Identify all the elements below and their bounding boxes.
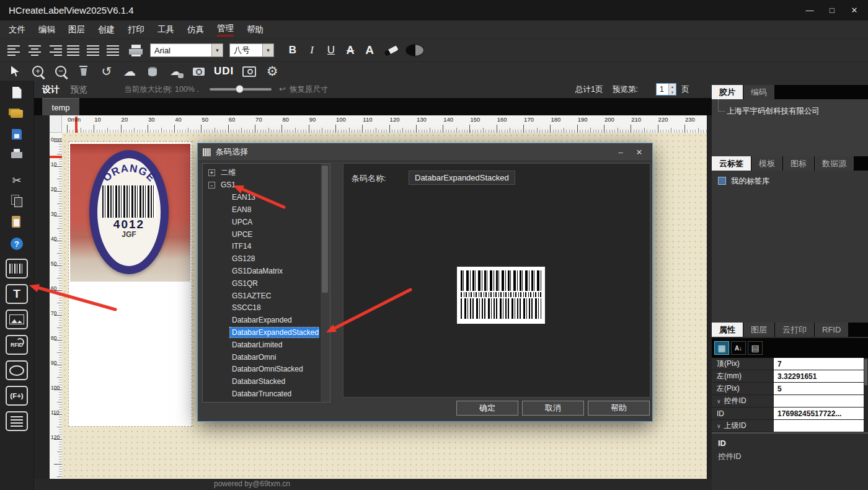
property-pages-icon[interactable] xyxy=(748,341,763,355)
property-value[interactable]: 5 xyxy=(774,383,868,394)
tree-item-GS1AZTEC[interactable]: GS1AZTEC xyxy=(203,290,319,301)
page-spinner-value[interactable]: 1 xyxy=(660,85,664,94)
align-justify-center-icon[interactable] xyxy=(87,44,102,56)
menu-item-edit[interactable]: 编辑 xyxy=(38,24,55,35)
tree-item-UPCA[interactable]: UPCA xyxy=(203,216,319,228)
tree-item-GS1QR[interactable]: GS1QR xyxy=(203,277,319,289)
cloud-tab-2[interactable]: 图标 xyxy=(783,156,814,171)
spin-down-icon[interactable]: ▼ xyxy=(669,89,676,95)
property-row[interactable]: 左(Pix)5 xyxy=(712,383,868,395)
property-group-row[interactable]: ∨上级ID xyxy=(712,420,868,432)
undo-icon[interactable]: ↺ xyxy=(99,63,114,79)
menu-item-help[interactable]: 帮助 xyxy=(247,24,264,35)
image-tool-icon[interactable] xyxy=(6,310,28,329)
tree-item-DatabarOmniStacked[interactable]: DatabarOmniStacked xyxy=(203,363,319,375)
open-folder-icon[interactable] xyxy=(6,104,28,123)
tree-item-EAN13[interactable]: EAN13 xyxy=(203,192,319,203)
align-right-icon[interactable] xyxy=(47,44,62,56)
film-company-item[interactable]: 上海平宇码创科技有限公司 xyxy=(727,106,820,117)
paste-icon[interactable] xyxy=(6,213,28,232)
menu-item-manage[interactable]: 管理 xyxy=(217,23,234,37)
brush-icon[interactable] xyxy=(383,43,399,57)
cloud-database-icon[interactable]: ☁ xyxy=(168,63,183,79)
text-tool-icon[interactable]: T xyxy=(6,284,28,304)
menu-item-layer[interactable]: 图层 xyxy=(68,24,85,35)
prop-tab-3[interactable]: RFID xyxy=(815,323,848,337)
tree-item-DatabarStacked[interactable]: DatabarStacked xyxy=(203,376,319,388)
rfid-tool-icon[interactable]: RFID xyxy=(6,335,28,355)
tree-item-DatabarOmni[interactable]: DatabarOmni xyxy=(203,351,319,363)
property-value[interactable] xyxy=(774,420,868,432)
property-value[interactable]: 7 xyxy=(774,358,868,370)
zoom-slider[interactable] xyxy=(210,88,272,91)
categorized-icon[interactable] xyxy=(714,341,729,355)
strikethrough-button[interactable]: A xyxy=(343,44,358,57)
list-tool-icon[interactable] xyxy=(6,411,28,431)
menu-item-tools[interactable]: 工具 xyxy=(157,24,174,35)
prop-tab-2[interactable]: 云打印 xyxy=(775,323,814,337)
bold-button[interactable]: B xyxy=(285,44,300,56)
help-icon[interactable]: ? xyxy=(6,234,28,253)
chevron-down-icon[interactable]: ▼ xyxy=(211,44,223,56)
align-center-icon[interactable] xyxy=(27,44,42,56)
property-value[interactable] xyxy=(774,395,868,407)
zoom-slider-thumb[interactable] xyxy=(236,85,244,93)
italic-button[interactable]: I xyxy=(304,44,319,56)
cut-icon[interactable]: ✂ xyxy=(6,171,28,190)
zoom-out-icon[interactable] xyxy=(53,63,68,79)
tab-design[interactable]: 设计 xyxy=(42,81,60,98)
function-tool-icon[interactable]: (F+) xyxy=(6,386,28,406)
dialog-close-button[interactable]: ✕ xyxy=(630,143,649,161)
align-left-icon[interactable] xyxy=(7,44,22,56)
tree-item-二维[interactable]: +二维 xyxy=(203,167,319,179)
cloud-tab-0[interactable]: 云标签 xyxy=(712,156,751,171)
align-justify-right-icon[interactable] xyxy=(107,44,122,56)
gear-icon[interactable]: ⚙ xyxy=(265,63,280,79)
tree-expander-icon[interactable]: + xyxy=(208,169,215,176)
tree-item-DatabarExpandedStacked[interactable]: DatabarExpandedStacked xyxy=(203,326,319,338)
restore-size-label[interactable]: 恢复原尺寸 xyxy=(290,81,329,98)
camera-icon[interactable] xyxy=(191,63,206,79)
dialog-title-bar[interactable]: 条码选择 –✕ xyxy=(198,143,652,161)
property-value[interactable]: 3.32291651 xyxy=(774,370,868,382)
cursor-icon[interactable] xyxy=(7,63,22,79)
print-icon[interactable] xyxy=(6,146,28,165)
zoom-in-icon[interactable] xyxy=(30,63,45,79)
menu-item-create[interactable]: 创建 xyxy=(98,24,115,35)
restore-size-icon[interactable]: ↩ xyxy=(279,81,286,98)
cloud-upload-icon[interactable]: ☁ xyxy=(122,63,137,79)
align-justify-left-icon[interactable] xyxy=(67,44,82,56)
film-tab-1[interactable]: 编码 xyxy=(743,85,774,99)
font-family-select[interactable]: Arial ▼ xyxy=(150,43,223,57)
tree-item-GS1[interactable]: -GS1 xyxy=(203,179,319,191)
tree-item-ITF14[interactable]: ITF14 xyxy=(203,241,319,252)
underline-button[interactable]: U xyxy=(324,44,339,56)
cloud-tab-1[interactable]: 模板 xyxy=(751,156,782,171)
barcode-tool-icon[interactable] xyxy=(6,259,28,278)
property-row[interactable]: 左(mm)3.32291651 xyxy=(712,370,868,383)
page-spinner[interactable]: 1 ▲▼ xyxy=(656,83,676,96)
tree-item-商品[interactable]: +商品 xyxy=(203,400,319,403)
copy-icon[interactable] xyxy=(6,192,28,211)
ok-button[interactable]: 确定 xyxy=(456,401,518,416)
shape-tool-icon[interactable] xyxy=(6,360,28,380)
property-grid-scrollbar[interactable] xyxy=(864,358,868,432)
save-icon[interactable] xyxy=(6,125,28,144)
fill-color-icon[interactable] xyxy=(405,44,424,56)
tree-item-UPCE[interactable]: UPCE xyxy=(203,228,319,240)
new-document-icon[interactable] xyxy=(6,83,28,102)
cancel-button[interactable]: 取消 xyxy=(522,401,584,416)
tree-item-GS128[interactable]: GS128 xyxy=(203,253,319,265)
document-tab-temp[interactable]: temp xyxy=(42,98,79,116)
property-group-row[interactable]: ∨控件ID xyxy=(712,395,868,408)
tree-item-DatabarTruncated[interactable]: DatabarTruncated xyxy=(203,388,319,399)
delete-icon[interactable] xyxy=(76,63,91,79)
prop-tab-0[interactable]: 属性 xyxy=(712,323,743,337)
tree-expander-icon[interactable]: - xyxy=(208,182,215,189)
print-preview-icon[interactable] xyxy=(128,43,144,57)
my-label-library-item[interactable]: 我的标签库 xyxy=(731,176,770,187)
close-button[interactable]: ✕ xyxy=(843,0,866,20)
barcode-tree[interactable]: +二维-GS1EAN13EAN8UPCAUPCEITF14GS128GS1Dat… xyxy=(202,163,330,403)
label-photo-object[interactable]: ORANGE 4012 JGF xyxy=(70,144,190,282)
tree-item-GS1DataMatrix[interactable]: GS1DataMatrix xyxy=(203,265,319,277)
